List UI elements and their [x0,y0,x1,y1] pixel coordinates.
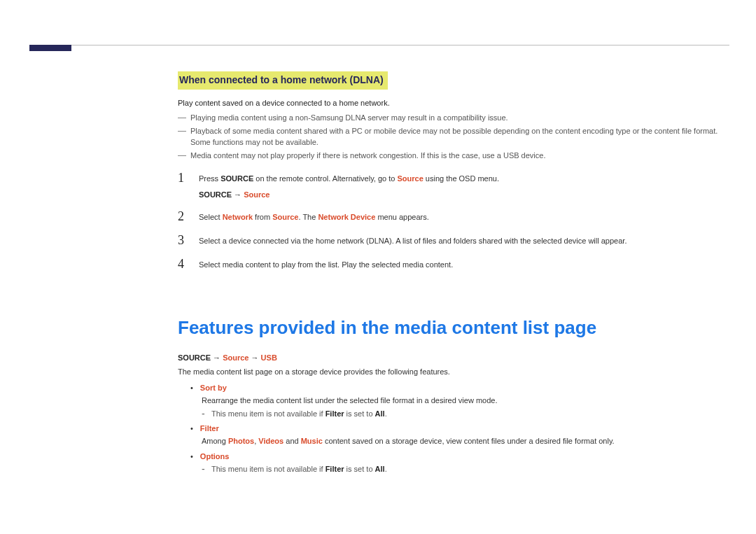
section-subheading: When connected to a home network (DLNA) [178,71,388,90]
ui-term: SOURCE [220,174,253,183]
step-body: Press SOURCE on the remote control. Alte… [199,171,499,201]
text: This menu item is not available if [211,409,326,418]
ui-accent: Music [301,437,323,445]
list-item: Filter Among Photos, Videos and Music co… [190,423,738,447]
text: is set to [344,409,375,418]
ui-term: Filter [326,409,344,418]
list-item: Options This menu item is not available … [190,451,738,475]
ui-term: All [375,409,385,418]
step-number: 3 [178,234,199,248]
text: Select [199,213,223,221]
ui-term: SOURCE [178,353,211,362]
text: Press [199,174,220,183]
ui-term: Filter [326,465,344,473]
section-title: Features provided in the media content l… [178,315,738,340]
ui-accent: Network [223,213,253,221]
text: . [385,409,387,418]
text: using the OSD menu. [424,174,499,183]
list-item: Sort by Rearrange the media content list… [190,383,738,419]
note-line: Playing media content using a non-Samsun… [178,113,738,123]
arrow: → [232,190,244,199]
ui-accent: Network Device [318,213,375,221]
ui-accent: USB [261,353,277,362]
feature-name: Sort by [200,384,227,392]
text: . [385,465,387,473]
step-row: 1 Press SOURCE on the remote control. Al… [178,171,738,201]
feature-name: Options [200,452,230,461]
top-divider [29,45,729,45]
step-body: Select a device connected via the home n… [199,234,626,246]
step-number: 2 [178,210,199,224]
arrow: → [248,353,260,362]
ui-accent: Source [398,174,424,183]
intro-text: Play content saved on a device connected… [178,98,738,108]
step-body: Select media content to play from the li… [199,258,453,270]
side-marker [29,45,71,51]
text: and [284,437,300,445]
text: is set to [344,465,375,473]
step-row: 4 Select media content to play from the … [178,258,738,272]
ui-term: SOURCE [199,190,232,199]
feature-note: This menu item is not available if Filte… [202,409,738,419]
text: . The [298,213,318,221]
step-body: Select Network from Source. The Network … [199,210,429,223]
step-row: 3 Select a device connected via the home… [178,234,738,248]
text: content saved on a storage device, view … [323,437,615,445]
ui-accent: Source [244,190,270,199]
arrow: → [211,353,223,362]
steps-list: 1 Press SOURCE on the remote control. Al… [178,171,738,272]
section-desc: The media content list page on a storage… [178,367,738,377]
nav-path: SOURCE → Source → USB [178,353,738,363]
document-page: When connected to a home network (DLNA) … [0,0,756,534]
feature-desc: Among Photos, Videos and Music content s… [202,436,738,447]
feature-list: Sort by Rearrange the media content list… [190,383,738,475]
ui-accent: Videos [258,437,284,445]
note-line: Media content may not play properly if t… [178,150,738,161]
text: This menu item is not available if [211,465,326,473]
text: Among [202,437,228,445]
step-number: 1 [178,171,199,185]
ui-accent: Source [223,353,248,362]
text: from [253,213,272,221]
step-number: 4 [178,258,199,272]
ui-accent: Photos [228,437,254,445]
ui-accent: Source [272,213,298,221]
ui-term: All [375,465,385,473]
feature-desc: Rearrange the media content list under t… [202,395,738,406]
text: menu appears. [375,213,428,221]
feature-note: This menu item is not available if Filte… [202,464,738,475]
note-line: Playback of some media content shared wi… [178,126,738,148]
text: on the remote control. Alternatively, go… [253,174,397,183]
feature-name: Filter [200,424,219,433]
step-row: 2 Select Network from Source. The Networ… [178,210,738,224]
content-area: When connected to a home network (DLNA) … [178,71,738,475]
